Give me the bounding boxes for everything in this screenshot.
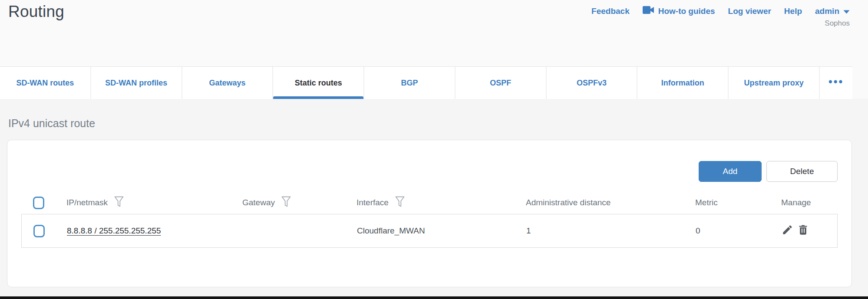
tab-label: OSPFv3 [577,79,607,88]
content-area: IPv4 unicast route Add Delete IP/netmask… [0,99,868,296]
tab-ospfv3[interactable]: OSPFv3 [547,67,637,99]
vendor-name: Sophos [825,19,850,28]
header-label: Metric [695,198,718,207]
edit-button[interactable] [782,224,793,238]
cell-ip-netmask: 8.8.8.8 / 255.255.255.255 [53,226,243,236]
help-link[interactable]: Help [784,7,802,16]
row-checkbox[interactable] [33,225,45,237]
header-gateway: Gateway [242,196,356,210]
trash-icon [797,224,809,238]
tab-label: BGP [401,79,418,88]
tab-label: SD-WAN routes [16,79,74,88]
header-interface: Interface [356,196,526,210]
page-title: Routing [8,3,64,21]
header-metric: Metric [695,198,773,207]
tab-label: SD-WAN profiles [105,79,167,88]
select-all-checkbox[interactable] [33,197,44,209]
more-tabs-button[interactable]: ••• [820,67,852,99]
log-viewer-label: Log viewer [728,7,771,16]
cell-manage [774,224,839,238]
tab-sdwan-routes[interactable]: SD-WAN routes [0,67,90,99]
delete-button[interactable]: Delete [766,161,838,182]
cell-metric: 0 [696,226,774,236]
bottom-edge-bar [0,296,868,299]
routes-card: Add Delete IP/netmask Gateway Interfac [7,140,852,287]
log-viewer-link[interactable]: Log viewer [728,7,771,16]
header-label: Gateway [242,198,275,207]
tabstrip-wrap: SD-WAN routes SD-WAN profiles Gateways S… [0,66,852,99]
help-label: Help [784,7,802,16]
header-label: Manage [781,198,811,207]
filter-funnel-icon[interactable] [114,196,124,210]
tab-information[interactable]: Information [637,67,728,99]
howto-guides-label: How-to guides [658,7,715,16]
header-manage: Manage [773,198,838,207]
tab-upstream-proxy[interactable]: Upstream proxy [729,67,819,99]
tab-label: OSPF [490,79,511,88]
delete-row-button[interactable] [797,224,809,238]
tab-label: Gateways [209,79,245,88]
table-row: 8.8.8.8 / 255.255.255.255 Cloudflare_MWA… [21,214,838,248]
filter-funnel-icon[interactable] [395,196,405,210]
header-label: Interface [356,198,389,207]
video-camera-icon [643,6,654,16]
tab-bar: SD-WAN routes SD-WAN profiles Gateways S… [0,66,852,99]
tab-label: Information [661,79,704,88]
header-label: IP/netmask [66,198,108,207]
section-heading: IPv4 unicast route [8,117,95,130]
header-admin-distance: Administrative distance [526,198,695,207]
tab-label: Static routes [295,79,342,88]
add-button[interactable]: Add [699,161,762,182]
header-checkbox-cell [21,197,53,209]
card-actions: Add Delete [21,161,838,182]
tab-ospf[interactable]: OSPF [455,67,546,99]
user-menu-label: admin [815,7,839,16]
tab-gateways[interactable]: Gateways [182,67,273,99]
howto-guides-link[interactable]: How-to guides [643,6,715,16]
feedback-label: Feedback [591,7,630,16]
cell-interface: Cloudflare_MWAN [357,226,526,236]
tab-sdwan-profiles[interactable]: SD-WAN profiles [91,67,182,99]
tab-static-routes[interactable]: Static routes [273,67,363,99]
tab-label: Upstream proxy [744,79,804,88]
table-header-row: IP/netmask Gateway Interface Administrat… [21,191,838,214]
top-navigation: Feedback How-to guides Log viewer Help a… [591,6,850,28]
caret-down-icon [843,7,850,16]
cell-admin-distance: 1 [526,226,696,236]
pencil-icon [782,224,793,238]
user-menu[interactable]: admin [815,7,850,16]
filter-funnel-icon[interactable] [281,196,291,210]
page-header: Routing Feedback How-to guides Log viewe… [0,0,868,66]
topnav-links: Feedback How-to guides Log viewer Help a… [591,6,850,16]
header-label: Administrative distance [526,198,611,207]
row-checkbox-cell [22,225,53,237]
feedback-link[interactable]: Feedback [591,7,630,16]
header-ip-netmask: IP/netmask [53,196,242,210]
ellipsis-icon: ••• [828,76,844,88]
tab-bgp[interactable]: BGP [364,67,455,99]
route-link[interactable]: 8.8.8.8 / 255.255.255.255 [67,226,161,235]
